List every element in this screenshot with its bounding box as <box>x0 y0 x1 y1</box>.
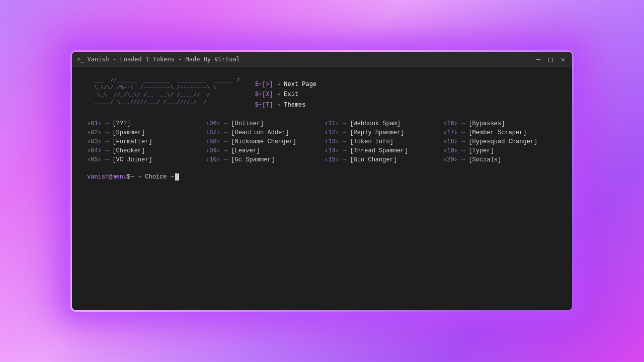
menu-label: [Hypesquad Changer] <box>468 138 537 145</box>
menu-item[interactable]: ‹07› → [Reaction Adder] <box>206 129 319 136</box>
menu-item[interactable]: ‹16› → [Bypasses] <box>443 120 557 127</box>
menu-label: [Reply Spammer] <box>350 129 404 136</box>
menu-num: ‹16› <box>443 120 458 127</box>
menu-item[interactable]: ‹01› → [???] <box>87 120 201 127</box>
menu-label: [Onliner] <box>231 120 264 127</box>
menu-label: [Reaction Adder] <box>231 129 289 136</box>
menu-num: ‹07› <box>206 129 220 136</box>
titlebar: >_ Vanish - Loaded 1 Tokens - Made By Vi… <box>72 52 572 67</box>
menu-label: [Typer] <box>468 147 494 154</box>
menu-label: [???] <box>112 120 130 127</box>
terminal-icon: >_ <box>77 56 84 63</box>
menu-num: ‹12› <box>325 129 339 136</box>
menu-item[interactable]: ‹04› → [Checker] <box>87 147 201 154</box>
menu-label: [Member Scraper] <box>468 129 526 136</box>
prompt-user: vanish@menu <box>87 173 127 180</box>
menu-num: ‹11› <box>325 120 339 127</box>
terminal-window: >_ Vanish - Loaded 1 Tokens - Made By Vi… <box>72 52 572 310</box>
menu-item[interactable]: ‹10› → [Gc Spammer] <box>206 156 319 163</box>
ascii-section: ___ //______ ________ _________ ______ 7… <box>87 77 557 110</box>
menu-item[interactable]: ‹19› → [Typer] <box>443 147 557 154</box>
menu-num: ‹13› <box>325 138 339 145</box>
menu-num: ‹01› <box>87 120 102 127</box>
menu-num: ‹02› <box>87 129 102 136</box>
window-controls: ─ □ ✕ <box>534 55 567 63</box>
menu-item[interactable]: ‹08› → [Nickname Changer] <box>206 138 319 145</box>
prompt-path: $~ → Choice ~ <box>127 173 174 180</box>
menu-label: [VC Joiner] <box>112 156 152 163</box>
window-title: Vanish - Loaded 1 Tokens - Made By Virtu… <box>87 56 534 63</box>
maximize-button[interactable]: □ <box>546 55 554 63</box>
menu-item[interactable]: ‹03› → [Formatter] <box>87 138 201 145</box>
menu-num: ‹08› <box>206 138 220 145</box>
menu-num: ‹18› <box>443 138 458 145</box>
menu-num: ‹14› <box>325 147 339 154</box>
menu-num: ‹04› <box>87 147 102 154</box>
cmd-next: $~[>] → Next Page <box>255 79 316 89</box>
menu-label: [Socials] <box>468 156 501 163</box>
menu-item[interactable]: ‹13› → [Token Info] <box>325 138 438 145</box>
menu-num: ‹17› <box>443 129 458 136</box>
prompt-line: vanish@menu $~ → Choice ~ <box>87 173 557 180</box>
cmd-key-themes: $~[T] <box>255 102 273 109</box>
menu-num: ‹15› <box>325 156 339 163</box>
menu-num: ‹20› <box>443 156 458 163</box>
menu-label: [Token Info] <box>350 138 393 145</box>
menu-label: [Webhook Spam] <box>350 120 400 127</box>
cmd-label-exit: Exit <box>284 91 298 98</box>
menu-label: [Gc Spammer] <box>231 156 274 163</box>
menu-item[interactable]: ‹17› → [Member Scraper] <box>443 129 557 136</box>
menu-label: [Spammer] <box>112 129 145 136</box>
menu-num: ‹06› <box>206 120 220 127</box>
prompt-cursor <box>175 173 179 180</box>
cmd-themes: $~[T] → Themes <box>255 100 316 110</box>
cmd-key-exit: $~[X] <box>255 91 273 98</box>
menu-item[interactable]: ‹05› → [VC Joiner] <box>87 156 201 163</box>
close-button[interactable]: ✕ <box>559 55 567 63</box>
ascii-commands: $~[>] → Next Page $~[X] → Exit $~[T] → T… <box>255 79 316 110</box>
menu-num: ‹19› <box>443 147 458 154</box>
minimize-button[interactable]: ─ <box>534 55 542 63</box>
menu-label: [Formatter] <box>112 138 152 145</box>
menu-label: [Bio Changer] <box>350 156 397 163</box>
menu-label: [Thread Spammer] <box>350 147 408 154</box>
menu-item[interactable]: ‹02› → [Spammer] <box>87 129 201 136</box>
menu-num: ‹10› <box>206 156 220 163</box>
cmd-label-themes: Themes <box>284 102 305 109</box>
cmd-key-next: $~[>] <box>255 81 273 88</box>
menu-label: [Bypasses] <box>468 120 505 127</box>
menu-item[interactable]: ‹09› → [Leaver] <box>206 147 319 154</box>
menu-item[interactable]: ‹12› → [Reply Spammer] <box>325 129 438 136</box>
menu-item[interactable]: ‹18› → [Hypesquad Changer] <box>443 138 557 145</box>
cmd-label-next: Next Page <box>284 81 316 88</box>
menu-item[interactable]: ‹06› → [Onliner] <box>206 120 319 127</box>
menu-num: ‹03› <box>87 138 102 145</box>
terminal-body: ___ //______ ________ _________ ______ 7… <box>72 67 572 310</box>
menu-label: [Leaver] <box>231 147 260 154</box>
menu-item[interactable]: ‹14› → [Thread Spammer] <box>325 147 438 154</box>
menu-num: ‹09› <box>206 147 220 154</box>
menu-item[interactable]: ‹20› → [Socials] <box>443 156 557 163</box>
menu-item[interactable]: ‹15› → [Bio Changer] <box>325 156 438 163</box>
menu-label: [Checker] <box>112 147 145 154</box>
window-outer: >_ Vanish - Loaded 1 Tokens - Made By Vi… <box>70 50 574 312</box>
ascii-art: ___ //______ ________ _________ ______ 7… <box>87 77 240 106</box>
menu-num: ‹05› <box>87 156 102 163</box>
cmd-exit: $~[X] → Exit <box>255 89 316 100</box>
menu-grid: ‹01› → [???]‹06› → [Onliner]‹11› → [Webh… <box>87 120 557 163</box>
menu-label: [Nickname Changer] <box>231 138 296 145</box>
menu-item[interactable]: ‹11› → [Webhook Spam] <box>325 120 438 127</box>
